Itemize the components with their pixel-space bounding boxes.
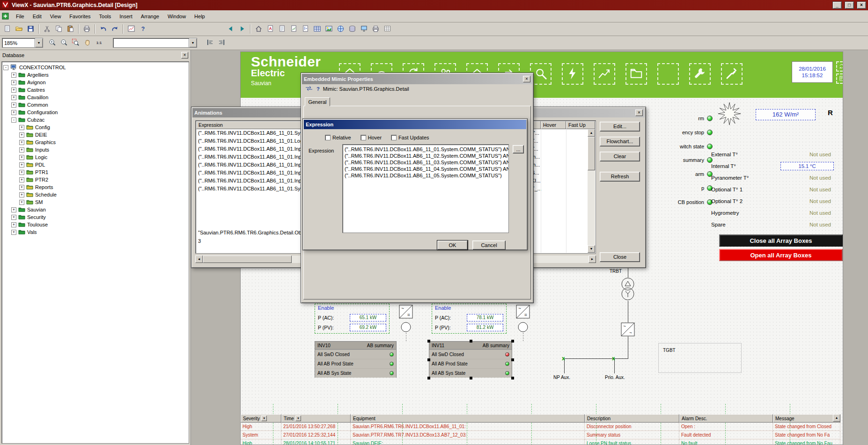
chart-button[interactable] <box>126 24 137 35</box>
image-button[interactable] <box>324 24 334 35</box>
selection-handle[interactable] <box>511 377 514 379</box>
inverter-summary-inv11[interactable]: INV11AB summaryAll SwD ClosedAll AB Prod… <box>429 341 512 378</box>
printer-button[interactable] <box>370 24 381 35</box>
doc-button[interactable] <box>277 24 287 35</box>
selection-handle[interactable] <box>427 340 430 343</box>
menu-edit[interactable]: Edit <box>29 12 46 21</box>
tree-item-ptr1[interactable]: +PTR1 <box>2 168 189 176</box>
tree-item-config[interactable]: +Config <box>2 124 189 131</box>
tree-toggle[interactable]: + <box>19 200 24 205</box>
scroll-up-icon[interactable]: ▲ <box>833 414 840 422</box>
tree-toggle[interactable]: - <box>3 65 8 70</box>
banner-button-lightning[interactable] <box>562 63 583 85</box>
tree-item-sauvian[interactable]: +Sauvian <box>2 206 189 213</box>
tree-item-common[interactable]: +Common <box>2 101 189 109</box>
tree-item-reports[interactable]: +Reports <box>2 183 189 191</box>
align-right-button[interactable] <box>216 37 227 48</box>
tree-item-pdl[interactable]: +PDL <box>2 161 189 168</box>
alarm-row[interactable]: High21/01/2016 13:50:27,268Sauvian.PTR6.… <box>241 423 840 431</box>
tree-item-inputs[interactable]: +Inputs <box>2 146 189 153</box>
fast-updates-checkbox[interactable]: Fast Updates <box>391 135 429 140</box>
tree-toggle[interactable]: + <box>11 88 16 93</box>
doc-tree-button[interactable] <box>300 24 311 35</box>
tree-toggle[interactable]: - <box>11 117 16 123</box>
close-button[interactable]: Close <box>600 252 640 262</box>
banner-corner-button-list[interactable] <box>836 73 843 84</box>
tree-toggle[interactable]: + <box>19 140 24 145</box>
menu-arrange[interactable]: Arrange <box>137 12 163 21</box>
tree-toggle[interactable]: + <box>19 177 24 182</box>
enable-label[interactable]: Enable <box>435 305 451 311</box>
monitor-button[interactable] <box>359 24 369 35</box>
chevron-down-icon[interactable]: ▼ <box>189 38 197 47</box>
selection-handle[interactable] <box>511 340 514 343</box>
redo-button[interactable] <box>110 24 120 35</box>
copy-button[interactable] <box>53 24 64 35</box>
tree-item-schedule[interactable]: +Schedule <box>2 191 189 198</box>
checkbox-icon[interactable] <box>391 135 397 140</box>
zoom-in-button[interactable] <box>47 37 58 48</box>
help-button[interactable]: ? <box>138 24 148 35</box>
pan-button[interactable] <box>82 37 93 48</box>
selection-handle[interactable] <box>470 377 472 379</box>
tree-toggle[interactable]: + <box>19 147 24 153</box>
close-icon[interactable]: × <box>523 76 530 82</box>
tree-item-cavaillon[interactable]: +Cavaillon <box>2 94 189 101</box>
measurement-value[interactable]: 15.1 °C <box>780 162 834 170</box>
alarm-column-severity[interactable]: Severity▼ <box>241 414 281 423</box>
database-tree[interactable]: -CONEXTCONTROL+Argelliers+Avignon+Castre… <box>1 61 189 444</box>
tree-toggle[interactable]: + <box>11 73 16 78</box>
scrollbar-thumb[interactable] <box>203 255 292 263</box>
tree-item-castres[interactable]: +Castres <box>2 86 189 94</box>
filter-icon[interactable]: ▼ <box>295 416 301 421</box>
open-all-array-boxes-button[interactable]: Open all Array Boxes <box>719 249 843 261</box>
edit-button[interactable]: Edit... <box>600 122 640 131</box>
tree-item-configuration[interactable]: +Configuration <box>2 109 189 116</box>
alarm-column-equipment[interactable]: Equipment <box>351 414 585 423</box>
tree-toggle[interactable]: + <box>11 110 16 115</box>
tree-toggle[interactable]: + <box>19 162 24 168</box>
tree-item-security[interactable]: +Security <box>2 213 189 221</box>
tree-item-cubzac[interactable]: -Cubzac <box>2 116 189 124</box>
tree-toggle[interactable]: + <box>19 125 24 130</box>
menu-insert[interactable]: Insert <box>115 12 137 21</box>
scroll-left-icon[interactable]: ◄ <box>195 255 203 263</box>
scrollbar-thumb[interactable] <box>588 137 595 170</box>
ok-button[interactable]: OK <box>437 241 468 250</box>
doc-a-button[interactable]: A <box>265 24 276 35</box>
clear-button[interactable]: Clear <box>600 152 640 161</box>
hover-checkbox[interactable]: Hover <box>360 135 382 140</box>
zoom-level-combobox[interactable]: 185% ▼ <box>2 38 43 48</box>
forward-button[interactable] <box>237 24 248 35</box>
align-left-button[interactable] <box>205 37 215 48</box>
actual-size-button[interactable]: 1:1 <box>94 37 104 48</box>
tree-item-toulouse[interactable]: +Toulouse <box>2 221 189 228</box>
refresh-button[interactable]: Refresh <box>600 172 640 182</box>
menu-window[interactable]: Window <box>163 12 190 21</box>
column-hover[interactable]: Hover <box>541 121 566 129</box>
menu-file[interactable]: File <box>12 12 29 21</box>
inverter-summary-inv10[interactable]: INV10AB summaryAll SwD ClosedAll AB Prod… <box>315 341 397 378</box>
maximize-button[interactable]: □ <box>845 1 854 9</box>
alarm-row[interactable]: High28/01/2016 14:10:55,171Sauvian.DEIE:… <box>241 439 840 445</box>
column-fast-updates[interactable]: Fast Up <box>566 121 595 129</box>
paste-button[interactable] <box>65 24 76 35</box>
database-button[interactable] <box>347 24 358 35</box>
checkbox-icon[interactable] <box>360 135 366 140</box>
tab-general[interactable]: General <box>305 97 330 106</box>
database-panel-header[interactable]: Database × <box>0 50 191 60</box>
undo-button[interactable] <box>98 24 109 35</box>
close-button[interactable]: × <box>857 1 866 9</box>
tree-toggle[interactable]: + <box>11 80 16 85</box>
expression-title-bar[interactable]: Expression <box>304 120 526 129</box>
tree-item-conextcontrol[interactable]: -CONEXTCONTROL <box>2 64 189 71</box>
selection-handle[interactable] <box>470 340 472 343</box>
minimize-button[interactable]: _ <box>832 1 842 9</box>
banner-button-screwdriver[interactable] <box>721 63 743 85</box>
alarm-column-time[interactable]: Time▼ <box>281 414 351 423</box>
tree-toggle[interactable]: + <box>11 207 16 212</box>
tree-toggle[interactable]: + <box>11 222 16 227</box>
selection-handle[interactable] <box>427 377 430 379</box>
back-button[interactable] <box>225 24 236 35</box>
table-button[interactable] <box>312 24 323 35</box>
